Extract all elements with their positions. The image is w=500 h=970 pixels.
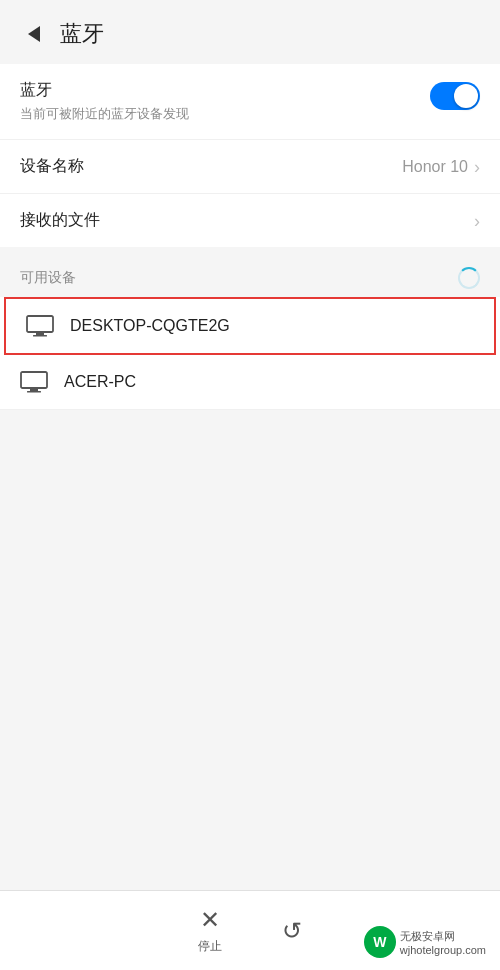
device-row-acer[interactable]: ACER-PC xyxy=(0,355,500,410)
device-name-acer: ACER-PC xyxy=(64,373,136,391)
back-arrow-icon xyxy=(28,26,40,42)
stop-icon: ✕ xyxy=(200,906,220,934)
watermark: W 无极安卓网 wjhotelgroup.com xyxy=(364,926,486,958)
bottom-bar: ✕ 停止 ↺ W 无极安卓网 wjhotelgroup.com xyxy=(0,890,500,970)
acer-icon xyxy=(20,371,48,393)
watermark-site-name: 无极安卓网 xyxy=(400,929,486,944)
device-list: DESKTOP-CQGTE2G ACER-PC xyxy=(0,297,500,410)
bluetooth-label: 蓝牙 xyxy=(20,80,430,101)
svg-rect-4 xyxy=(30,388,38,391)
refresh-button[interactable]: ↺ xyxy=(282,917,302,945)
device-name-row[interactable]: 设备名称 Honor 10 › xyxy=(0,140,500,194)
stop-button[interactable]: ✕ 停止 xyxy=(198,906,222,955)
watermark-logo-icon: W xyxy=(364,926,396,958)
chevron-right-icon: › xyxy=(474,158,480,176)
received-files-chevron-icon: › xyxy=(474,212,480,230)
bluetooth-sublabel: 当前可被附近的蓝牙设备发现 xyxy=(20,105,430,123)
svg-rect-1 xyxy=(36,332,44,335)
refresh-icon: ↺ xyxy=(282,917,302,945)
device-name-label: 设备名称 xyxy=(20,156,84,177)
received-files-label: 接收的文件 xyxy=(20,210,100,231)
screen: 蓝牙 蓝牙 当前可被附近的蓝牙设备发现 设备名称 Honor 10 › xyxy=(0,0,500,970)
svg-rect-3 xyxy=(21,372,47,388)
available-devices-label: 可用设备 xyxy=(20,269,76,287)
bluetooth-toggle[interactable] xyxy=(430,82,480,110)
device-name-desktop: DESKTOP-CQGTE2G xyxy=(70,317,230,335)
device-name-value: Honor 10 xyxy=(402,158,468,176)
page-title: 蓝牙 xyxy=(60,19,104,49)
svg-rect-2 xyxy=(33,335,47,337)
back-button[interactable] xyxy=(16,16,52,52)
device-name-right: Honor 10 › xyxy=(402,158,480,176)
header: 蓝牙 xyxy=(0,0,500,64)
desktop-icon xyxy=(26,315,54,337)
device-row-desktop[interactable]: DESKTOP-CQGTE2G xyxy=(4,297,496,355)
available-devices-header: 可用设备 xyxy=(0,255,500,297)
stop-label: 停止 xyxy=(198,938,222,955)
bluetooth-info: 蓝牙 当前可被附近的蓝牙设备发现 xyxy=(20,80,430,123)
watermark-text-block: 无极安卓网 wjhotelgroup.com xyxy=(400,929,486,956)
bluetooth-section: 蓝牙 当前可被附近的蓝牙设备发现 设备名称 Honor 10 › 接收的文件 › xyxy=(0,64,500,247)
watermark-site-url: wjhotelgroup.com xyxy=(400,944,486,956)
received-files-row[interactable]: 接收的文件 › xyxy=(0,194,500,247)
svg-rect-5 xyxy=(27,391,41,393)
loading-spinner-icon xyxy=(458,267,480,289)
svg-rect-0 xyxy=(27,316,53,332)
bluetooth-row: 蓝牙 当前可被附近的蓝牙设备发现 xyxy=(0,64,500,140)
content: 蓝牙 当前可被附近的蓝牙设备发现 设备名称 Honor 10 › 接收的文件 › xyxy=(0,64,500,970)
